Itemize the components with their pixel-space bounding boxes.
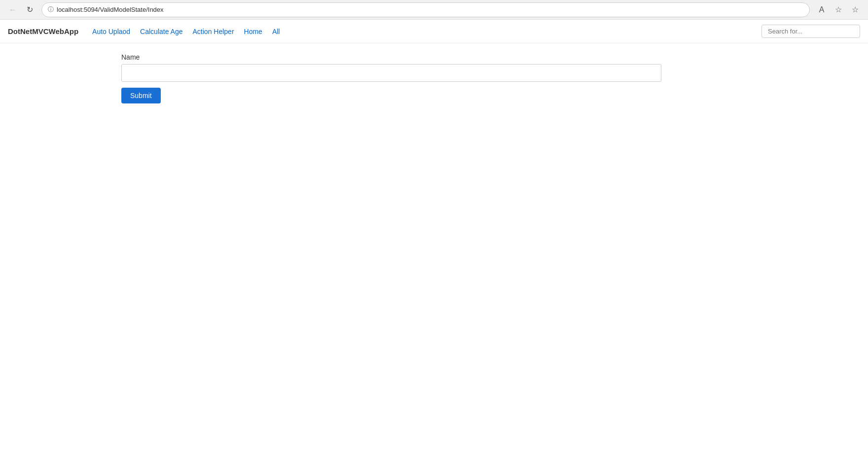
valid-model-form: Name Submit xyxy=(121,53,747,103)
reader-mode-button[interactable]: A xyxy=(815,3,829,17)
app-navbar: DotNetMVCWebApp Auto Uplaod Calculate Ag… xyxy=(0,20,868,43)
star-button[interactable]: ☆ xyxy=(848,3,862,17)
submit-button[interactable]: Submit xyxy=(121,88,161,103)
search-input[interactable] xyxy=(761,25,860,38)
info-icon: ⓘ xyxy=(48,5,54,14)
name-input[interactable] xyxy=(121,64,661,82)
app-brand: DotNetMVCWebApp xyxy=(8,27,78,35)
main-content: Name Submit xyxy=(0,43,868,113)
nav-calculate-age[interactable]: Calculate Age xyxy=(136,26,186,37)
browser-nav-buttons: ← ↻ xyxy=(6,3,36,17)
address-bar[interactable]: ⓘ localhost:5094/ValidModelState/Index xyxy=(41,2,810,17)
nav-action-helper[interactable]: Action Helper xyxy=(189,26,238,37)
nav-auto-upload[interactable]: Auto Uplaod xyxy=(88,26,134,37)
nav-home[interactable]: Home xyxy=(240,26,266,37)
refresh-button[interactable]: ↻ xyxy=(23,3,36,17)
search-container xyxy=(761,25,860,38)
back-button[interactable]: ← xyxy=(6,3,20,17)
address-text: localhost:5094/ValidModelState/Index xyxy=(57,6,803,13)
favorites-button[interactable]: ☆ xyxy=(832,3,845,17)
browser-actions: A ☆ ☆ xyxy=(815,3,862,17)
nav-all[interactable]: All xyxy=(268,26,284,37)
name-label: Name xyxy=(121,53,747,61)
nav-links: Auto Uplaod Calculate Age Action Helper … xyxy=(88,26,761,37)
browser-chrome: ← ↻ ⓘ localhost:5094/ValidModelState/Ind… xyxy=(0,0,868,20)
